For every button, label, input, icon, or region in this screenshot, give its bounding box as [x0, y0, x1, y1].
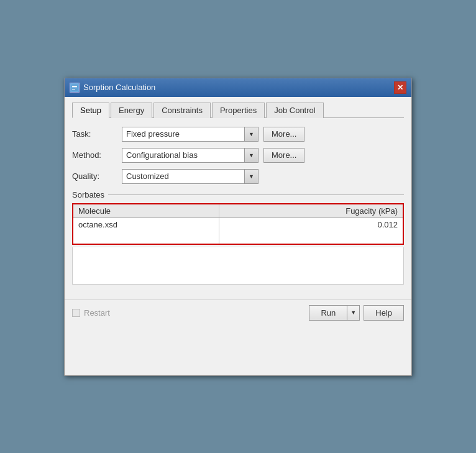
- run-dropdown-arrow[interactable]: ▼: [347, 305, 360, 321]
- task-select-arrow[interactable]: [244, 127, 258, 141]
- task-row: Task: Fixed pressure More...: [72, 127, 404, 142]
- tab-constraints[interactable]: Constraints: [153, 103, 211, 118]
- svg-rect-1: [72, 86, 77, 87]
- task-more-button[interactable]: More...: [263, 127, 304, 142]
- tab-energy[interactable]: Energy: [111, 103, 152, 118]
- run-button[interactable]: Run: [309, 305, 347, 321]
- col-molecule: Molecule: [73, 204, 219, 218]
- app-icon: [70, 83, 80, 93]
- quality-select-value: Customized: [122, 169, 244, 184]
- method-row: Method: Configurational bias More...: [72, 148, 404, 163]
- sorbates-extra-area[interactable]: [72, 247, 404, 285]
- method-select-value: Configurational bias: [122, 148, 244, 163]
- cell-empty-fugacity: [219, 231, 403, 244]
- task-control-wrap: Fixed pressure More...: [122, 127, 404, 142]
- tab-jobcontrol[interactable]: Job Control: [266, 103, 323, 118]
- task-select[interactable]: Fixed pressure: [122, 127, 259, 142]
- run-button-wrap: Run ▼: [309, 305, 360, 321]
- sorbates-table: Molecule Fugacity (kPa) octane.xsd 0.012: [73, 204, 403, 244]
- title-bar-left: Sorption Calculation: [70, 83, 155, 93]
- tab-properties[interactable]: Properties: [212, 103, 265, 118]
- method-select[interactable]: Configurational bias: [122, 148, 259, 163]
- sorbates-section-label: Sorbates: [72, 190, 404, 199]
- method-label: Method:: [72, 150, 122, 160]
- col-fugacity: Fugacity (kPa): [219, 204, 403, 218]
- tab-bar: Setup Energy Constraints Properties Job …: [72, 102, 404, 118]
- quality-select[interactable]: Customized: [122, 169, 259, 184]
- svg-rect-2: [72, 88, 77, 88]
- task-select-value: Fixed pressure: [122, 127, 244, 142]
- restart-checkbox[interactable]: [72, 309, 80, 317]
- method-more-button[interactable]: More...: [263, 148, 304, 163]
- dialog-body: Setup Energy Constraints Properties Job …: [65, 97, 411, 300]
- quality-select-arrow[interactable]: [244, 170, 258, 183]
- tab-setup[interactable]: Setup: [72, 103, 109, 118]
- table-header-row: Molecule Fugacity (kPa): [73, 204, 403, 218]
- footer-left: Restart: [72, 308, 110, 318]
- task-label: Task:: [72, 129, 122, 139]
- quality-control-wrap: Customized: [122, 169, 404, 184]
- cell-empty-molecule: [73, 231, 219, 244]
- quality-row: Quality: Customized: [72, 169, 404, 184]
- cell-fugacity: 0.012: [219, 217, 403, 231]
- dialog-footer: Restart Run ▼ Help: [65, 300, 411, 326]
- main-dialog: Sorption Calculation ✕ Setup Energy Cons…: [64, 78, 412, 376]
- help-button[interactable]: Help: [364, 305, 404, 321]
- table-row[interactable]: octane.xsd 0.012: [73, 217, 403, 231]
- title-bar: Sorption Calculation ✕: [65, 78, 411, 97]
- restart-label: Restart: [84, 308, 110, 318]
- quality-label: Quality:: [72, 172, 122, 181]
- dialog-title: Sorption Calculation: [83, 83, 155, 92]
- close-button[interactable]: ✕: [394, 81, 406, 94]
- method-select-arrow[interactable]: [244, 149, 258, 162]
- svg-rect-3: [72, 89, 75, 89]
- footer-right: Run ▼ Help: [309, 305, 404, 321]
- cell-molecule: octane.xsd: [73, 217, 219, 231]
- table-row-empty: [73, 231, 403, 244]
- method-control-wrap: Configurational bias More...: [122, 148, 404, 163]
- sorbates-table-container: Molecule Fugacity (kPa) octane.xsd 0.012: [72, 203, 404, 245]
